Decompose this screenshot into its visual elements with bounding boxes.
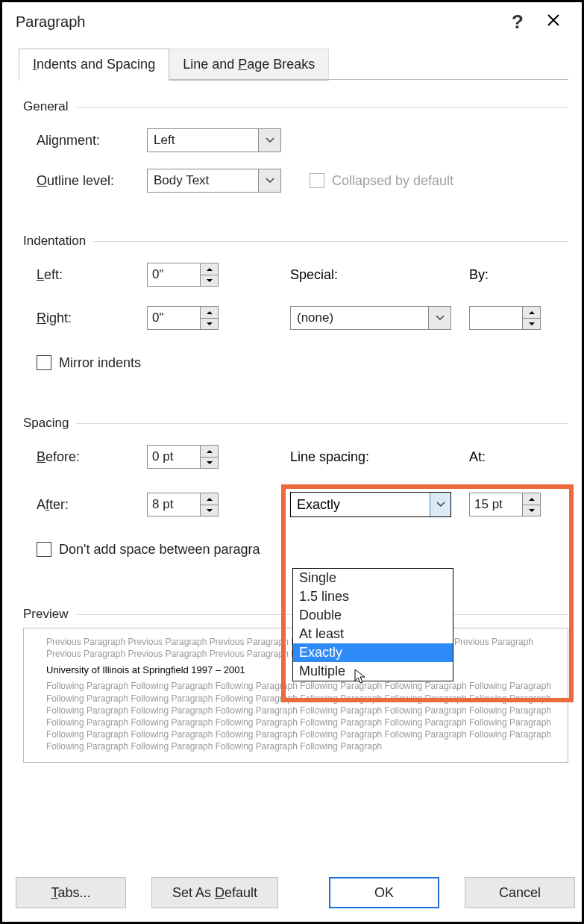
chevron-down-icon <box>430 493 450 516</box>
special-label: Special: <box>290 267 338 283</box>
spin-down-icon[interactable] <box>201 275 218 286</box>
spacing-before-label: Before: <box>37 449 141 465</box>
line-spacing-dropdown[interactable]: Single 1.5 lines Double At least Exactly… <box>292 568 453 681</box>
tab-line-page-breaks[interactable]: Line and Page Breaks <box>169 49 329 81</box>
at-label: At: <box>469 449 486 465</box>
outline-level-combo[interactable]: Body Text <box>147 169 281 193</box>
section-spacing: Spacing <box>23 416 568 431</box>
indent-left-value: 0" <box>148 263 200 286</box>
tabs-button[interactable]: Tabs... <box>16 877 126 908</box>
mirror-indents-checkbox[interactable]: Mirror indents <box>37 355 141 371</box>
tab-strip: Indents and Spacing Line and Page Breaks <box>2 47 582 80</box>
at-value: 15 pt <box>470 493 522 516</box>
set-as-default-button[interactable]: Set As Default <box>151 877 278 908</box>
section-general-label: General <box>23 99 68 114</box>
outline-level-value: Body Text <box>148 169 258 192</box>
outline-level-label: Outline level: <box>37 173 141 189</box>
indent-right-spin[interactable]: 0" <box>147 306 219 330</box>
option-multiple[interactable]: Multiple <box>293 662 453 681</box>
spin-up-icon[interactable] <box>201 493 218 505</box>
alignment-value: Left <box>148 129 258 152</box>
preview-following-text: Following Paragraph Following Paragraph … <box>33 680 559 752</box>
dialog-footer: Tabs... Set As Default OK Cancel <box>2 865 582 922</box>
special-combo[interactable]: (none) <box>290 306 451 330</box>
alignment-label: Alignment: <box>37 133 141 149</box>
spacing-before-value: 0 pt <box>148 446 200 468</box>
dialog-title: Paragraph <box>16 13 85 31</box>
spacing-after-value: 8 pt <box>148 493 200 516</box>
at-spin[interactable]: 15 pt <box>469 493 541 516</box>
indent-left-label: Left: <box>37 267 141 283</box>
help-button[interactable]: ? <box>500 10 536 34</box>
chevron-down-icon <box>258 129 280 152</box>
option-exactly[interactable]: Exactly <box>293 643 453 662</box>
alignment-combo[interactable]: Left <box>147 128 281 152</box>
line-spacing-value: Exactly <box>291 493 430 516</box>
mirror-indents-label: Mirror indents <box>59 355 141 371</box>
spin-up-icon[interactable] <box>201 446 218 457</box>
spin-down-icon[interactable] <box>201 318 218 329</box>
special-value: (none) <box>291 307 428 329</box>
by-value <box>470 307 522 329</box>
spin-up-icon[interactable] <box>201 307 218 318</box>
section-general: General <box>23 99 568 114</box>
line-spacing-combo[interactable]: Exactly <box>290 492 451 517</box>
spin-down-icon[interactable] <box>523 505 540 516</box>
section-indentation-label: Indentation <box>23 234 86 249</box>
dont-add-space-label: Don't add space between paragra <box>59 542 260 558</box>
chevron-down-icon <box>428 307 450 329</box>
section-spacing-label: Spacing <box>23 416 69 431</box>
collapsed-by-default-checkbox: Collapsed by default <box>310 173 453 189</box>
tab-indents-spacing[interactable]: Indents and Spacing <box>19 49 169 81</box>
option-1-5-lines[interactable]: 1.5 lines <box>293 587 453 606</box>
section-indentation: Indentation <box>23 234 568 249</box>
section-preview-label: Preview <box>23 607 68 622</box>
titlebar: Paragraph ? <box>2 2 582 41</box>
spacing-before-spin[interactable]: 0 pt <box>147 445 219 469</box>
option-single[interactable]: Single <box>293 569 453 587</box>
spin-up-icon[interactable] <box>523 307 540 318</box>
indent-right-value: 0" <box>148 307 200 329</box>
indent-right-label: Right: <box>37 310 141 326</box>
cursor-icon <box>354 669 368 687</box>
by-label: By: <box>469 267 489 283</box>
spin-up-icon[interactable] <box>201 263 218 275</box>
close-button[interactable] <box>536 13 571 31</box>
option-double[interactable]: Double <box>293 606 453 625</box>
line-spacing-label: Line spacing: <box>290 449 369 465</box>
paragraph-dialog: Paragraph ? Indents and Spacing Line and… <box>2 2 582 922</box>
spacing-after-spin[interactable]: 8 pt <box>147 493 219 516</box>
spacing-after-label: After: <box>37 497 141 513</box>
ok-button[interactable]: OK <box>329 877 439 908</box>
indent-left-spin[interactable]: 0" <box>147 263 219 287</box>
close-icon <box>547 13 560 27</box>
collapsed-by-default-label: Collapsed by default <box>332 173 453 189</box>
spin-down-icon[interactable] <box>201 505 218 516</box>
option-at-least[interactable]: At least <box>293 625 453 643</box>
chevron-down-icon <box>258 169 280 192</box>
dont-add-space-checkbox[interactable]: Don't add space between paragra <box>37 542 260 558</box>
cancel-button[interactable]: Cancel <box>465 877 575 908</box>
spin-down-icon[interactable] <box>523 318 540 329</box>
spin-down-icon[interactable] <box>201 457 218 468</box>
spin-up-icon[interactable] <box>523 493 540 505</box>
by-spin[interactable] <box>469 306 541 330</box>
